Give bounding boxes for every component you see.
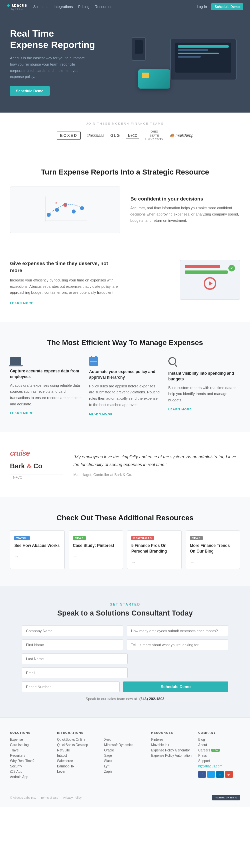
nav-resources[interactable]: Resources bbox=[95, 5, 112, 9]
efficiency-learn-more[interactable]: LEARN MORE bbox=[10, 302, 34, 305]
google-plus-icon[interactable]: g+ bbox=[225, 771, 233, 778]
footer-link-support[interactable]: Support bbox=[198, 759, 240, 763]
employees-input[interactable] bbox=[127, 625, 228, 636]
col-visibility: Instant visibility into spending and bud… bbox=[168, 357, 240, 416]
footer-link-movableink[interactable]: Movable Ink bbox=[151, 743, 193, 747]
checkmark-icon: ✓ bbox=[228, 265, 235, 272]
footer-terms[interactable]: Terms of Use bbox=[41, 796, 58, 799]
col-visibility-link[interactable]: LEARN MORE bbox=[168, 408, 192, 411]
resource-title-3: More Finance Trends On Our Blog bbox=[190, 543, 236, 554]
svg-point-4 bbox=[80, 206, 84, 210]
footer-link-card[interactable]: Card Issuing bbox=[10, 743, 52, 747]
footer-link-security[interactable]: Security bbox=[10, 765, 52, 768]
facebook-icon[interactable]: f bbox=[198, 771, 206, 778]
partners-label: JOIN THESE MODERN FINANCE TEAMS bbox=[7, 122, 243, 125]
contact-label: GET STARTED bbox=[10, 602, 240, 606]
resource-badge-2: DOWNLOAD bbox=[131, 536, 154, 540]
footer-link-intacct[interactable]: Intacct bbox=[57, 754, 99, 757]
resource-card-1[interactable]: READ Case Study: Pinterest → bbox=[69, 530, 123, 569]
efficiency-title: Give expenses the time they deserve, not… bbox=[10, 260, 120, 274]
footer-link-zapier[interactable]: Zapier bbox=[104, 770, 146, 773]
footer-link-lyft[interactable]: Lyft bbox=[104, 765, 146, 768]
footer-col-resources: RESOURCES Pinterest Movable Ink Expense … bbox=[151, 731, 193, 780]
footer-col-company: COMPANY Blog About Careers NEW Press Sup… bbox=[198, 731, 240, 780]
nav-integrations[interactable]: Integrations bbox=[54, 5, 73, 9]
footer-link-expense-auto[interactable]: Expense Policy Automation bbox=[151, 754, 193, 757]
footer-link-why[interactable]: Why Real Time? bbox=[10, 759, 52, 763]
resource-card-3[interactable]: READ More Finance Trends On Our Blog → bbox=[186, 530, 240, 569]
contact-title: Speak to a Solutions Consultant Today bbox=[10, 609, 240, 618]
footer-link-about[interactable]: About bbox=[198, 743, 240, 747]
footer-link-slack[interactable]: Slack bbox=[104, 759, 146, 763]
efficiency-desc: Increase your efficiency by focusing you… bbox=[10, 277, 120, 296]
nav-pricing[interactable]: Pricing bbox=[78, 5, 89, 9]
footer-link-android[interactable]: Android App bbox=[10, 775, 52, 779]
contact-form: Schedule Demo bbox=[22, 625, 228, 692]
footer-link-qbo[interactable]: QuickBooks Online bbox=[57, 738, 99, 741]
footer-link-salesforce[interactable]: Salesforce bbox=[57, 759, 99, 763]
footer-link-travel[interactable]: Travel bbox=[10, 748, 52, 752]
footer-link-sage[interactable]: Sage bbox=[104, 754, 146, 757]
testimonial-quote: "My employees love the simplicity and ea… bbox=[73, 453, 240, 469]
first-name-input[interactable] bbox=[22, 640, 123, 650]
resource-badge-0: WATCH bbox=[14, 536, 30, 540]
footer-link-qbd[interactable]: QuickBooks Desktop bbox=[57, 743, 99, 747]
col-capture-link[interactable]: LEARN MORE bbox=[10, 411, 34, 415]
phone-input[interactable] bbox=[22, 681, 120, 692]
efficiency-section: Give expenses the time they deserve, not… bbox=[0, 250, 250, 322]
partner-glg: GLG bbox=[110, 133, 120, 138]
hero-cta-button[interactable]: Schedule Demo bbox=[10, 86, 50, 96]
footer-link-netsuite[interactable]: NetSuite bbox=[57, 748, 99, 752]
strategic-section: Turn Expense Reports Into a Strategic Re… bbox=[0, 151, 250, 250]
looking-input[interactable] bbox=[127, 640, 228, 650]
hero-illustration bbox=[125, 35, 240, 89]
resource-arrow-3: → bbox=[190, 560, 236, 565]
logo[interactable]: ◆ abacus by Inthinc bbox=[7, 3, 27, 11]
strategic-diagram: × × bbox=[10, 187, 120, 233]
col-automate-title: Automate your expense policy and approva… bbox=[89, 369, 161, 380]
footer-link-recruiters[interactable]: Recruiters bbox=[10, 754, 52, 757]
footer-link-blog[interactable]: Blog bbox=[198, 738, 240, 741]
company-input[interactable] bbox=[22, 625, 123, 636]
efficiency-image: ✓ bbox=[130, 260, 240, 300]
footer-link-press[interactable]: Press bbox=[198, 754, 240, 757]
strategic-svg: × × bbox=[39, 191, 92, 228]
nav-login[interactable]: Log In bbox=[197, 5, 207, 9]
resource-card-2[interactable]: DOWNLOAD 5 Finance Pros On Personal Bran… bbox=[127, 530, 182, 569]
last-name-input[interactable] bbox=[22, 653, 128, 664]
footer-link-msft[interactable]: Microsoft Dynamics bbox=[104, 743, 146, 747]
footer-link-lever[interactable]: Lever bbox=[57, 770, 99, 773]
footer-copyright: © Abacus Labs Inc. bbox=[10, 796, 36, 799]
footer: SOLUTIONS Expense Card Issuing Travel Re… bbox=[0, 717, 250, 807]
testimonial-attribution: Matt Haget, Controller at Bark & Co. bbox=[73, 473, 240, 477]
footer-link-expense[interactable]: Expense bbox=[10, 738, 52, 741]
email-input[interactable] bbox=[22, 668, 128, 678]
footer-col-solutions: SOLUTIONS Expense Card Issuing Travel Re… bbox=[10, 731, 52, 780]
footer-link-xero[interactable]: Xero bbox=[104, 738, 146, 741]
contact-phone-link[interactable]: (646) 202-1803 bbox=[139, 697, 164, 701]
partners-logos: BOXED classpass GLG N+CO OHIOSTATEUNIVER… bbox=[7, 130, 243, 142]
navigation: ◆ abacus by Inthinc Solutions Integratio… bbox=[0, 0, 250, 13]
contact-section: GET STARTED Speak to a Solutions Consult… bbox=[0, 586, 250, 717]
nav-cta-button[interactable]: Schedule Demo bbox=[211, 3, 243, 10]
footer-link-email[interactable]: hi@abacus.com bbox=[198, 765, 240, 768]
strategic-feature-title: Be confident in your decisions bbox=[130, 196, 240, 202]
footer-link-bamboohr[interactable]: BambooHR bbox=[57, 765, 99, 768]
footer-link-careers[interactable]: Careers bbox=[198, 748, 210, 752]
contact-submit-button[interactable]: Schedule Demo bbox=[123, 681, 228, 692]
nav-solutions[interactable]: Solutions bbox=[33, 5, 48, 9]
twitter-icon[interactable]: t bbox=[207, 771, 215, 778]
col-automate-link[interactable]: LEARN MORE bbox=[89, 412, 113, 415]
footer-privacy[interactable]: Privacy Policy bbox=[63, 796, 82, 799]
resource-card-0[interactable]: WATCH See How Abacus Works → bbox=[10, 530, 65, 569]
footer-link-ios[interactable]: iOS App bbox=[10, 770, 52, 773]
footer-col-integrations2: Xero Microsoft Dynamics Oracle Sage Slac… bbox=[104, 731, 146, 780]
laptop-illustration bbox=[170, 39, 237, 80]
linkedin-icon[interactable]: in bbox=[216, 771, 224, 778]
footer-link-pinterest[interactable]: Pinterest bbox=[151, 738, 193, 741]
footer-social: f t in g+ bbox=[198, 771, 240, 778]
footer-link-oracle[interactable]: Oracle bbox=[104, 748, 146, 752]
resource-title-0: See How Abacus Works bbox=[14, 543, 60, 549]
footer-link-expense-gen[interactable]: Expense Policy Generator bbox=[151, 748, 193, 752]
nav-links: Solutions Integrations Pricing Resources bbox=[33, 5, 197, 9]
